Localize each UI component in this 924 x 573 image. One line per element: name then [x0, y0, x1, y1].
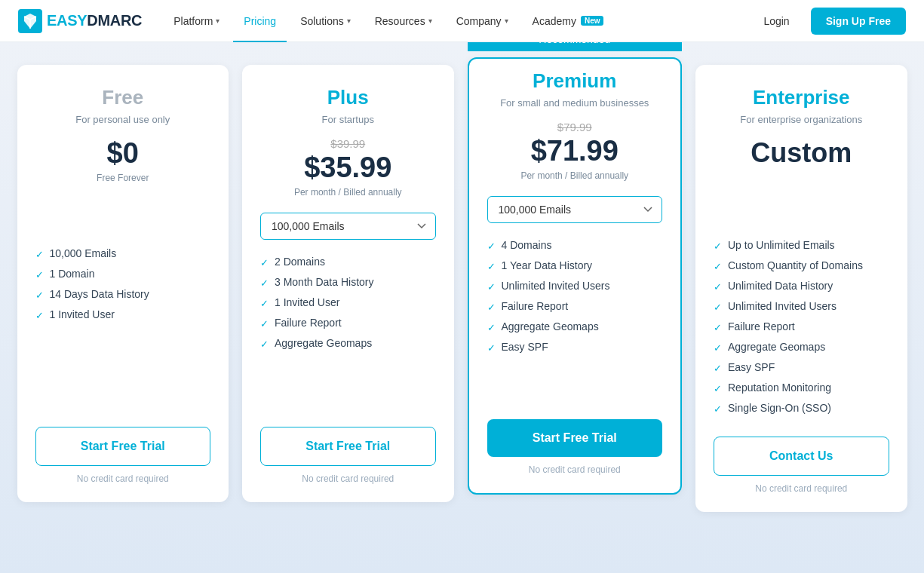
card-premium: Recommended Premium For small and medium… — [468, 57, 683, 495]
check-icon: ✓ — [714, 281, 722, 293]
logo-easy: EASY — [47, 12, 87, 29]
check-icon: ✓ — [260, 318, 269, 329]
check-icon: ✓ — [487, 281, 496, 293]
list-item: ✓ 14 Days Data History — [35, 284, 211, 305]
check-icon: ✓ — [714, 363, 722, 374]
nav-academy[interactable]: Academy New — [522, 9, 615, 33]
list-item: ✓ 1 Invited User — [35, 305, 211, 325]
enterprise-dropdown-spacer — [714, 190, 889, 223]
list-item: ✓ Unlimited Invited Users — [714, 296, 889, 317]
free-trial-button[interactable]: Start Free Trial — [35, 427, 211, 466]
check-icon: ✓ — [35, 290, 44, 301]
check-icon: ✓ — [260, 298, 269, 309]
enterprise-spacer — [714, 172, 889, 190]
enterprise-price: Custom — [714, 137, 889, 169]
card-plus: Plus For startups $39.99 $35.99 Per mont… — [242, 65, 454, 502]
solutions-caret: ▾ — [347, 17, 351, 25]
premium-email-dropdown[interactable]: 100,000 Emails 10,000 Emails 50,000 Emai… — [487, 196, 663, 223]
check-icon: ✓ — [714, 342, 722, 354]
premium-subtitle: For small and medium businesses — [487, 97, 663, 109]
check-icon: ✓ — [260, 257, 269, 268]
resources-caret: ▾ — [428, 17, 432, 25]
platform-caret: ▾ — [216, 17, 219, 25]
list-item: ✓ 10,000 Emails — [35, 244, 211, 264]
free-price-note: Free Forever — [35, 173, 211, 183]
logo-dmarc: DMARC — [87, 12, 142, 29]
enterprise-title: Enterprise — [714, 86, 889, 109]
academy-badge: New — [581, 16, 604, 26]
nav-right: Login Sign Up Free — [754, 8, 906, 35]
check-icon: ✓ — [714, 403, 722, 415]
list-item: ✓ Unlimited Invited Users — [487, 276, 663, 296]
free-features: ✓ 10,000 Emails ✓ 1 Domain ✓ 14 Days Dat… — [35, 244, 211, 409]
list-item: ✓ Aggregate Geomaps — [260, 333, 436, 354]
contact-us-button[interactable]: Contact Us — [714, 437, 889, 476]
nav-pricing[interactable]: Pricing — [233, 9, 287, 33]
logo[interactable]: EASYDMARC — [18, 9, 142, 33]
check-icon: ✓ — [35, 310, 44, 321]
card-free: Free For personal use only $0 Free Forev… — [17, 65, 229, 502]
check-icon: ✓ — [714, 241, 722, 252]
premium-no-cc: No credit card required — [487, 464, 663, 475]
plus-email-dropdown[interactable]: 100,000 Emails 10,000 Emails 50,000 Emai… — [260, 213, 436, 240]
plus-trial-button[interactable]: Start Free Trial — [260, 427, 436, 466]
check-icon: ✓ — [714, 383, 722, 394]
navbar: EASYDMARC Platform ▾ Pricing Solutions ▾… — [0, 0, 924, 42]
login-button[interactable]: Login — [754, 9, 798, 33]
premium-features: ✓ 4 Domains ✓ 1 Year Data History ✓ Unli… — [487, 235, 663, 401]
pricing-section: Free For personal use only $0 Free Forev… — [0, 42, 924, 573]
list-item: ✓ 1 Invited User — [260, 293, 436, 313]
check-icon: ✓ — [714, 261, 722, 272]
free-no-cc: No credit card required — [35, 473, 211, 484]
enterprise-subtitle: For enterprise organizations — [714, 114, 889, 125]
card-enterprise: Enterprise For enterprise organizations … — [695, 65, 907, 512]
logo-icon — [18, 9, 42, 33]
list-item: ✓ Failure Report — [487, 296, 663, 317]
check-icon: ✓ — [35, 249, 44, 260]
free-footer: Start Free Trial No credit card required — [35, 427, 211, 484]
premium-footer: Start Free Trial No credit card required — [487, 419, 663, 475]
signup-button[interactable]: Sign Up Free — [811, 8, 906, 35]
check-icon: ✓ — [487, 261, 496, 272]
premium-price-note: Per month / Billed annually — [487, 170, 663, 181]
list-item: ✓ Easy SPF — [714, 357, 889, 378]
enterprise-features: ✓ Up to Unlimited Emails ✓ Custom Quanti… — [714, 235, 889, 418]
list-item: ✓ Aggregate Geomaps — [487, 317, 663, 337]
free-subtitle: For personal use only — [35, 114, 211, 125]
company-caret: ▾ — [505, 17, 508, 25]
check-icon: ✓ — [487, 241, 496, 252]
list-item: ✓ Single Sign-On (SSO) — [714, 398, 889, 418]
check-icon: ✓ — [260, 277, 269, 289]
premium-price: $71.99 — [487, 135, 663, 167]
plus-features: ✓ 2 Domains ✓ 3 Month Data History ✓ 1 I… — [260, 252, 436, 409]
check-icon: ✓ — [714, 302, 722, 313]
plus-footer: Start Free Trial No credit card required — [260, 427, 436, 484]
premium-trial-button[interactable]: Start Free Trial — [487, 419, 663, 457]
nav-links: Platform ▾ Pricing Solutions ▾ Resources… — [163, 9, 754, 33]
check-icon: ✓ — [487, 302, 496, 313]
enterprise-footer: Contact Us No credit card required — [714, 437, 889, 494]
plus-title: Plus — [260, 86, 436, 109]
list-item: ✓ Up to Unlimited Emails — [714, 235, 889, 256]
list-item: ✓ 2 Domains — [260, 252, 436, 272]
list-item: ✓ 1 Domain — [35, 264, 211, 284]
check-icon: ✓ — [260, 339, 269, 350]
plus-no-cc: No credit card required — [260, 473, 436, 484]
nav-solutions[interactable]: Solutions ▾ — [290, 9, 361, 33]
check-icon: ✓ — [487, 322, 496, 333]
nav-company[interactable]: Company ▾ — [446, 9, 519, 33]
enterprise-no-cc: No credit card required — [714, 483, 889, 494]
list-item: ✓ Failure Report — [260, 313, 436, 333]
nav-platform[interactable]: Platform ▾ — [163, 9, 230, 33]
list-item: ✓ 1 Year Data History — [487, 256, 663, 276]
list-item: ✓ Aggregate Geomaps — [714, 337, 889, 357]
check-icon: ✓ — [487, 342, 496, 354]
list-item: ✓ Easy SPF — [487, 337, 663, 357]
free-spacer — [35, 198, 211, 231]
plus-subtitle: For startups — [260, 114, 436, 125]
list-item: ✓ 4 Domains — [487, 235, 663, 256]
plus-original-price: $39.99 — [260, 137, 436, 150]
list-item: ✓ 3 Month Data History — [260, 272, 436, 293]
nav-resources[interactable]: Resources ▾ — [364, 9, 443, 33]
plus-price-note: Per month / Billed annually — [260, 187, 436, 198]
